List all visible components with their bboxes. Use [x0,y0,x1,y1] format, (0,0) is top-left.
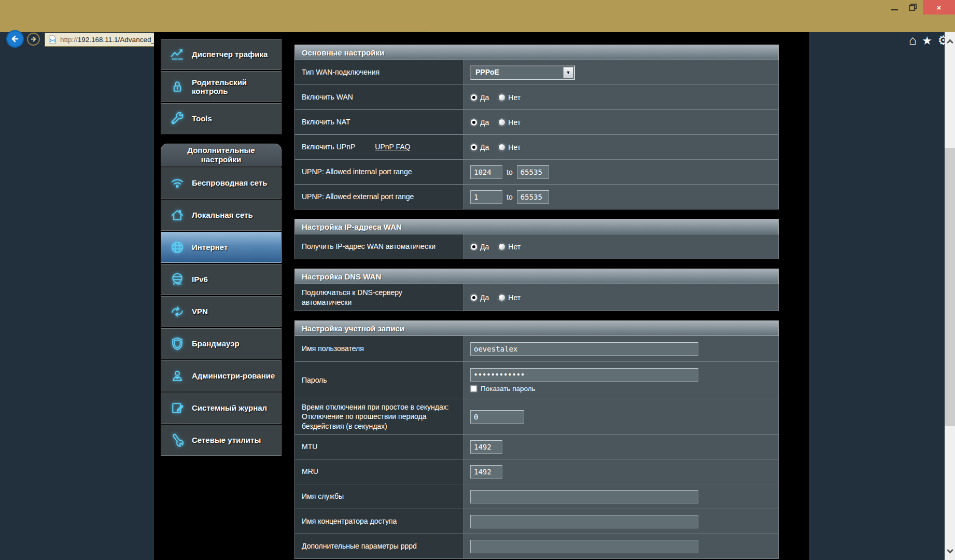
mtu-input[interactable] [470,440,502,454]
sidebar-item-ipv6[interactable]: IPv6 IPv6 [161,264,282,295]
radio-yes-checked[interactable] [470,144,478,151]
show-password-checkbox[interactable] [470,385,477,392]
radio-yes-checked[interactable] [470,294,478,301]
page-wireless-icon [48,35,57,44]
upnp-faq-link[interactable]: UPnP FAQ [375,142,410,151]
sidebar-item-traffic-manager[interactable]: Диспетчер трафика [161,39,282,70]
range-separator-label: to [507,168,513,176]
radio-no[interactable] [498,119,505,126]
vpn-arrows-icon [167,303,187,320]
sidebar-item-label: VPN [192,307,208,316]
access-concentrator-input[interactable] [470,515,698,528]
field-label: Дополнительные параметры pppd [294,534,464,559]
sidebar-item-tools[interactable]: Tools [161,103,282,134]
sidebar-item-label: Сетевые утилиты [192,436,261,444]
field-label: Имя концентратора доступа [294,509,464,534]
sidebar-item-label: IPv6 [192,275,208,284]
row-idle-timeout: Время отключения при простое в секундах:… [294,399,779,435]
restore-button[interactable] [906,0,920,15]
field-label: Имя службы [294,484,464,509]
sidebar-item-administration[interactable]: Администри-рование [161,360,282,391]
scroll-up-arrow-icon[interactable] [945,36,955,47]
ipv6-icon: IPv6 [167,271,187,288]
internal-port-to-input[interactable] [517,165,549,179]
row-password: Пароль Показать пароль [294,362,779,399]
field-label: Включить UPnP UPnP FAQ [294,135,464,160]
sidebar-item-label: Tools [192,114,212,123]
sidebar-item-internet-active[interactable]: Интернет [161,232,282,263]
row-mru: MRU [294,459,779,484]
sidebar-item-label: Локальная сеть [192,211,253,219]
row-wan-connection-type: Тип WAN-подключения PPPoE ▼ [294,60,779,85]
chevron-down-icon[interactable]: ▼ [563,67,573,78]
sidebar-item-firewall[interactable]: Брандмауэр [161,328,282,359]
wan-type-select[interactable]: PPPoE ▼ [470,65,575,80]
radio-no[interactable] [498,94,505,101]
external-port-from-input[interactable] [470,190,502,204]
minimize-button[interactable] [888,0,901,15]
radio-yes-checked[interactable] [470,119,478,126]
radio-yes-label: Да [480,243,489,251]
sidebar-item-system-log[interactable]: Системный журнал [161,393,282,424]
row-upnp-internal-port-range: UPNP: Allowed internal port range to [294,160,779,185]
service-name-input[interactable] [470,490,698,503]
row-service-name: Имя службы [294,484,779,509]
window-title-bar: × [0,0,955,16]
home-icon[interactable]: ⌂ [909,33,917,48]
sidebar-item-label: Интернет [192,243,228,251]
radio-no[interactable] [498,243,505,250]
close-button[interactable]: × [923,0,955,15]
browser-nav-bar: http://192.168.11.1/Advanced_WAN_Content… [0,16,955,32]
show-password-label: Показать пароль [481,385,536,393]
section-title: Настройка учетной записи [294,320,779,336]
vertical-scrollbar[interactable] [945,32,955,560]
field-label: UPNP: Allowed internal port range [294,160,464,185]
field-label: Включить NAT [294,110,464,135]
spanner-icon [167,431,187,449]
radio-no-label: Нет [508,243,521,251]
internal-port-from-input[interactable] [470,165,502,179]
radio-no-label: Нет [508,93,521,102]
field-label: Включить WAN [294,85,464,110]
section-account: Настройка учетной записи Имя пользовател… [294,320,779,559]
mru-input[interactable] [470,465,502,479]
row-mtu: MTU [294,435,779,459]
sidebar-item-label: Беспроводная сеть [192,178,268,187]
sidebar-item-vpn[interactable]: VPN [161,296,282,327]
idle-timeout-input[interactable] [470,410,524,424]
scroll-down-arrow-icon[interactable] [945,545,955,556]
favorites-star-icon[interactable]: ★ [922,34,932,48]
sidebar-item-network-tools[interactable]: Сетевые утилиты [161,425,282,456]
field-label: MTU [294,435,464,459]
radio-yes-checked[interactable] [470,94,478,101]
radio-no[interactable] [498,294,505,301]
field-label: Пароль [294,362,464,399]
sidebar-item-label: Системный журнал [192,403,267,412]
forward-arrow-icon [30,35,37,43]
scrollbar-thumb[interactable] [945,148,955,426]
radio-no-label: Нет [508,118,521,127]
radio-yes-checked[interactable] [470,243,478,250]
field-label: Получить IP-адрес WAN автоматически [294,234,464,259]
external-port-to-input[interactable] [517,190,549,204]
wifi-icon [167,174,187,192]
password-input[interactable] [470,368,698,382]
radio-no-label: Нет [508,293,521,302]
journal-icon [167,399,187,417]
pppd-options-input[interactable] [470,540,698,553]
radio-no[interactable] [498,144,505,151]
row-enable-nat: Включить NAT Да Нет [294,110,779,135]
forward-button[interactable] [27,33,40,46]
shield-icon [167,335,187,353]
back-button[interactable] [6,30,24,48]
sidebar-item-parental-control[interactable]: Родительский контроль [161,71,282,102]
row-pppd-options: Дополнительные параметры pppd [294,534,779,559]
section-basic-config: Основные настройки Тип WAN-подключения P… [294,45,779,209]
section-title: Основные настройки [294,45,779,60]
username-input[interactable] [470,342,698,356]
sidebar-item-lan[interactable]: Локальная сеть [161,200,282,231]
field-label: Имя пользователя [294,336,464,362]
radio-yes-label: Да [480,293,489,302]
sidebar-item-wireless[interactable]: Беспроводная сеть [161,167,282,199]
sidebar-menu: Диспетчер трафика Родительский контроль … [161,39,282,457]
